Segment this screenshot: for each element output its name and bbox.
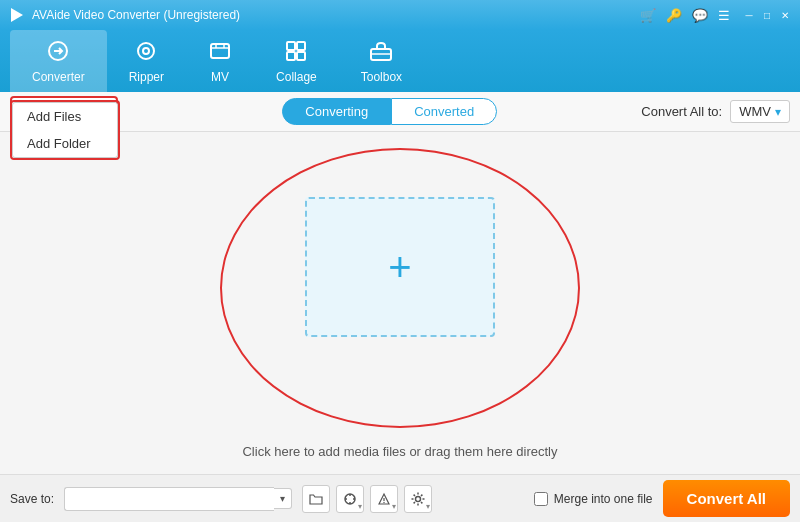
- maximize-button[interactable]: □: [760, 8, 774, 22]
- nav-collage[interactable]: Collage: [254, 30, 339, 92]
- svg-rect-5: [287, 42, 295, 50]
- app-logo: [8, 6, 26, 24]
- converter-icon: [46, 39, 70, 66]
- save-path-dropdown-icon[interactable]: ▾: [274, 488, 292, 509]
- format-value: WMV: [739, 104, 771, 119]
- toolbar: ⊕ Add Files ▾ Add Files Add Folder Conve…: [0, 92, 800, 132]
- save-path-input[interactable]: [64, 487, 274, 511]
- save-path-container: ▾: [64, 487, 292, 511]
- convert-all-to-area: Convert All to: WMV ▾: [641, 100, 790, 123]
- app-title: AVAide Video Converter (Unregistered): [32, 8, 240, 22]
- tab-converting[interactable]: Converting: [282, 98, 391, 125]
- drop-zone-circle: +: [220, 148, 580, 428]
- save-to-label: Save to:: [10, 492, 54, 506]
- svg-marker-0: [11, 8, 23, 22]
- title-bar: AVAide Video Converter (Unregistered) 🛒 …: [0, 0, 800, 30]
- svg-rect-6: [297, 42, 305, 50]
- nav-toolbox[interactable]: Toolbox: [339, 30, 424, 92]
- bottom-icons: [302, 485, 432, 513]
- nav-mv-label: MV: [211, 70, 229, 84]
- nav-converter[interactable]: Converter: [10, 30, 107, 92]
- drop-box[interactable]: +: [305, 197, 495, 337]
- svg-point-17: [383, 501, 384, 502]
- title-bar-icons: 🛒 🔑 💬 ☰: [640, 8, 730, 23]
- nav-bar: Converter Ripper MV: [0, 30, 800, 92]
- svg-point-3: [143, 48, 149, 54]
- chat-icon[interactable]: 💬: [692, 8, 708, 23]
- open-folder-button[interactable]: [302, 485, 330, 513]
- tools-button-2[interactable]: [370, 485, 398, 513]
- title-bar-controls: ─ □ ✕: [742, 8, 792, 22]
- ripper-icon: [134, 39, 158, 66]
- toolbox-icon: [369, 39, 393, 66]
- mv-icon: [208, 39, 232, 66]
- svg-rect-4: [211, 44, 229, 58]
- convert-all-to-label: Convert All to:: [641, 104, 722, 119]
- svg-rect-7: [287, 52, 295, 60]
- merge-label[interactable]: Merge into one file: [554, 492, 653, 506]
- svg-point-2: [138, 43, 154, 59]
- nav-ripper-label: Ripper: [129, 70, 164, 84]
- merge-checkbox-area: Merge into one file: [534, 492, 653, 506]
- menu-icon[interactable]: ☰: [718, 8, 730, 23]
- format-dropdown-arrow-icon[interactable]: ▾: [775, 105, 781, 119]
- nav-converter-label: Converter: [32, 70, 85, 84]
- add-media-icon: +: [388, 247, 411, 287]
- svg-point-18: [416, 496, 421, 501]
- nav-mv[interactable]: MV: [186, 30, 254, 92]
- bottom-bar: Save to: ▾: [0, 474, 800, 522]
- dropdown-add-files[interactable]: Add Files: [13, 103, 117, 130]
- convert-all-button[interactable]: Convert All: [663, 480, 790, 517]
- title-bar-left: AVAide Video Converter (Unregistered): [8, 6, 240, 24]
- drop-zone-container: + Click here to add media files or drag …: [220, 148, 580, 459]
- shopping-cart-icon[interactable]: 🛒: [640, 8, 656, 23]
- tab-converted[interactable]: Converted: [391, 98, 497, 125]
- tabs-area: Converting Converted: [148, 98, 631, 125]
- close-button[interactable]: ✕: [778, 8, 792, 22]
- tools-button-1[interactable]: [336, 485, 364, 513]
- minimize-button[interactable]: ─: [742, 8, 756, 22]
- nav-toolbox-label: Toolbox: [361, 70, 402, 84]
- dropdown-add-folder[interactable]: Add Folder: [13, 130, 117, 157]
- collage-icon: [284, 39, 308, 66]
- nav-collage-label: Collage: [276, 70, 317, 84]
- svg-rect-8: [297, 52, 305, 60]
- key-icon[interactable]: 🔑: [666, 8, 682, 23]
- merge-checkbox[interactable]: [534, 492, 548, 506]
- add-files-dropdown: Add Files Add Folder: [10, 100, 120, 160]
- drop-hint: Click here to add media files or drag th…: [242, 444, 557, 459]
- main-content: + Click here to add media files or drag …: [0, 132, 800, 474]
- settings-button[interactable]: [404, 485, 432, 513]
- nav-ripper[interactable]: Ripper: [107, 30, 186, 92]
